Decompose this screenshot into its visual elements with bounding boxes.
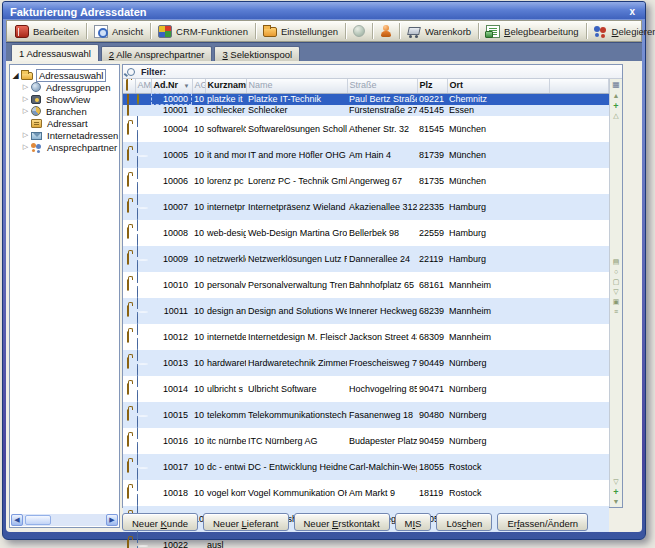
row-lock-cell bbox=[123, 272, 135, 298]
expander-icon[interactable]: ▷ bbox=[20, 83, 31, 91]
button-erfassen-ändern[interactable]: Erfassen/Ändern bbox=[497, 513, 588, 531]
cell-adnr: 10018 bbox=[151, 480, 192, 506]
table-row[interactable]: 10022ausl bbox=[123, 532, 609, 548]
first-record-icon[interactable]: ▲ bbox=[613, 91, 620, 101]
search-record-icon[interactable]: ○ bbox=[614, 267, 618, 277]
cell-ag bbox=[192, 532, 205, 548]
scroll-left-icon[interactable]: ◀ bbox=[11, 514, 23, 526]
cell-strasse: Akazienallee 312 bbox=[347, 194, 417, 220]
table-row[interactable]: 1001110design andDesign and Solutions We… bbox=[123, 298, 609, 324]
insert-record-icon[interactable]: + bbox=[613, 487, 618, 497]
column-header-kurzname[interactable]: Kurzname bbox=[205, 79, 246, 93]
expander-icon[interactable]: ▷ bbox=[20, 95, 31, 103]
column-header-ag[interactable]: AG bbox=[192, 79, 205, 93]
next-record-icon[interactable]: ▽ bbox=[613, 477, 618, 487]
column-header-lock-icon[interactable] bbox=[123, 79, 135, 93]
table-row[interactable]: 1000610lorenz pcLorenz PC - Technik GmbH… bbox=[123, 168, 609, 194]
last-record-icon[interactable]: ▼ bbox=[613, 497, 620, 507]
list-view-icon[interactable]: ≡ bbox=[614, 307, 618, 317]
filter-funnel-icon[interactable]: ▽ bbox=[613, 287, 618, 297]
lock-icon bbox=[127, 279, 129, 291]
table-row[interactable]: 1001810vogel kommVogel Kommunikation OHG… bbox=[123, 480, 609, 506]
toolbar-button-sphere-icon[interactable] bbox=[348, 23, 370, 39]
table-row[interactable]: 1000110schleckerSchleckerFürstenstraße 2… bbox=[123, 105, 609, 117]
expander-icon[interactable]: ▷ bbox=[20, 143, 31, 151]
cell-ort: Mannheim bbox=[447, 272, 549, 298]
grid-columns-icon[interactable]: ▤ bbox=[613, 257, 620, 267]
filter-bar[interactable]: Filter: bbox=[123, 65, 622, 79]
button-mis[interactable]: MIS bbox=[395, 513, 432, 531]
cell-plz: 22335 bbox=[417, 194, 447, 220]
expander-icon[interactable]: ▷ bbox=[20, 107, 31, 115]
cell-strasse: Fürstenstraße 27 bbox=[347, 105, 417, 117]
tab-2-alle-ansprechpartner[interactable]: 2 Alle Ansprechpartner bbox=[101, 46, 213, 61]
tree-item-internetadressen[interactable]: ▷Internetadressen bbox=[10, 129, 119, 141]
branches-icon bbox=[31, 106, 41, 116]
copy-record-icon[interactable]: ▣ bbox=[613, 297, 620, 307]
table-row[interactable]: 1000410softwarelöSoftwarelösungen Scholl… bbox=[123, 116, 609, 142]
table-row[interactable]: 1001510telekommunTelekommunikationstechn… bbox=[123, 402, 609, 428]
tree-horizontal-scrollbar[interactable]: ◀ ▶ bbox=[11, 514, 118, 526]
tree-item-adressart[interactable]: Adressart bbox=[10, 117, 119, 129]
cell-strasse: Am Markt 9 bbox=[347, 480, 417, 506]
column-header-plz[interactable]: Plz bbox=[417, 79, 447, 93]
toolbar-button-crm-funktionen[interactable]: CRM-Funktionen bbox=[153, 23, 253, 40]
cell-ag: 10 bbox=[192, 246, 205, 272]
close-icon[interactable]: x bbox=[625, 6, 639, 18]
save-view-icon[interactable]: ▢ bbox=[613, 277, 620, 287]
tree-item-branchen[interactable]: ▷Branchen bbox=[10, 105, 119, 117]
button-löschen[interactable]: Löschen bbox=[436, 513, 492, 531]
table-row[interactable]: 1001410ulbricht sUlbricht SoftwareHochvo… bbox=[123, 376, 609, 402]
cell-plz: 81739 bbox=[417, 142, 447, 168]
button-neuer-kunde[interactable]: Neuer Kunde bbox=[122, 513, 198, 531]
column-header-am[interactable]: AM bbox=[135, 79, 151, 93]
tree-item-showview[interactable]: ▷ShowView bbox=[10, 93, 119, 105]
table-row[interactable]: 1001010personalvePersonalverwaltung Tren… bbox=[123, 272, 609, 298]
toolbar-button-delegieren[interactable]: Delegieren bbox=[589, 23, 655, 40]
tab-1-adressauswahl[interactable]: 1 Adressauswahl bbox=[11, 44, 99, 61]
table-row[interactable]: 1000710internetprInternetpräsenz Wieland… bbox=[123, 194, 609, 220]
row-am-cell bbox=[135, 220, 151, 246]
expander-icon[interactable]: ◢ bbox=[10, 71, 21, 80]
lock-icon bbox=[127, 149, 129, 161]
column-header-filler[interactable] bbox=[549, 79, 609, 93]
table-row[interactable]: 1001210internetdeInternetdesign M. Fleis… bbox=[123, 324, 609, 350]
prev-record-icon[interactable]: △ bbox=[613, 111, 618, 121]
tree-root-adressauswahl[interactable]: ◢Adressauswahl bbox=[10, 69, 119, 81]
cell-plz: 81545 bbox=[417, 116, 447, 142]
row-am-cell bbox=[135, 298, 151, 324]
expander-icon[interactable]: ▷ bbox=[20, 131, 31, 139]
column-header-ad-nr[interactable]: Ad.Nr▼ bbox=[151, 79, 192, 93]
tab-3-selektionspool[interactable]: 3 Selektionspool bbox=[214, 46, 300, 61]
toolbar-button-bearbeiten[interactable]: Bearbeiten bbox=[10, 23, 84, 40]
new-record-icon[interactable]: + bbox=[613, 101, 618, 111]
column-header-straße[interactable]: Straße bbox=[347, 79, 417, 93]
cell-adnr: 10011 bbox=[151, 298, 192, 324]
button-neuer-erstkontakt[interactable]: Neuer Erstkontakt bbox=[294, 513, 390, 531]
cell-ort: Nürnberg bbox=[447, 350, 549, 376]
table-row[interactable]: 1001610itc nürnbeITC Nürnberg AGBudapest… bbox=[123, 428, 609, 454]
table-row[interactable]: 1000510it and morIT and more Höfler OHGA… bbox=[123, 142, 609, 168]
toolbar-button-belegbearbeitung[interactable]: Belegbearbeitung bbox=[481, 23, 584, 40]
table-row[interactable]: 1001710dc - entwiDC - Entwicklung Heidne… bbox=[123, 454, 609, 480]
tree-item-adressgruppen[interactable]: ▷Adressgruppen bbox=[10, 81, 119, 93]
toolbar-button-einstellungen[interactable]: Einstellungen bbox=[258, 24, 343, 39]
table-row[interactable]: 1000910netzwerklöNetzwerklösungen Lutz R… bbox=[123, 246, 609, 272]
column-chooser-icon[interactable]: ▦ bbox=[612, 79, 620, 91]
button-neuer-lieferant[interactable]: Neuer Lieferant bbox=[203, 513, 289, 531]
table-row[interactable]: 1000010platzke itPlatzke IT-TechnikPaul … bbox=[123, 93, 609, 105]
toolbar-button-ansicht[interactable]: Ansicht bbox=[89, 23, 148, 40]
row-am-cell bbox=[135, 402, 151, 428]
toolbar-button-warenkorb[interactable]: Warenkorb bbox=[402, 23, 476, 40]
toolbar-button-label: CRM-Funktionen bbox=[176, 26, 248, 37]
column-header-name[interactable]: Name bbox=[246, 79, 347, 93]
scroll-right-icon[interactable]: ▶ bbox=[106, 514, 118, 526]
toolbar-button-person-icon[interactable] bbox=[375, 23, 397, 40]
cell-filler bbox=[549, 142, 609, 168]
column-header-ort[interactable]: Ort bbox=[447, 79, 549, 93]
cell-strasse: Fasanenweg 18 bbox=[347, 402, 417, 428]
table-row[interactable]: 1000810web-designWeb-Design Martina Groß… bbox=[123, 220, 609, 246]
scrollbar-thumb[interactable] bbox=[25, 515, 51, 525]
tree-item-ansprechpartner[interactable]: ▷Ansprechpartner bbox=[10, 141, 119, 153]
table-row[interactable]: 1001310hardwareteHardwaretechnik Zimmerm… bbox=[123, 350, 609, 376]
